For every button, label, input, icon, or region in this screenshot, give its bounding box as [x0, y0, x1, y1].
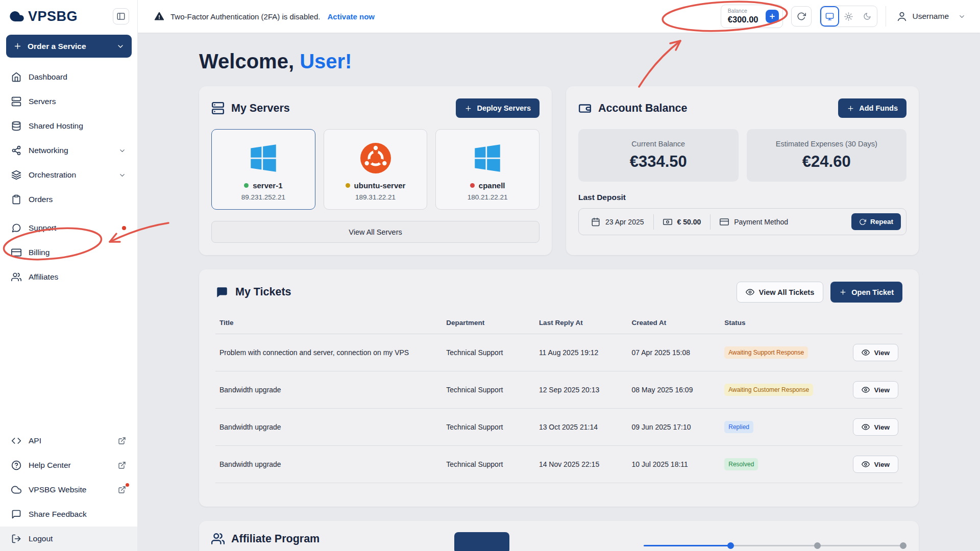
deposit-date: 23 Apr 2025: [582, 214, 653, 230]
logout-icon: [11, 534, 21, 544]
theme-light-button[interactable]: [839, 6, 858, 27]
add-balance-button[interactable]: [766, 10, 779, 23]
add-funds-button[interactable]: Add Funds: [838, 98, 906, 118]
affiliate-slider[interactable]: [644, 535, 906, 551]
repeat-icon: [859, 218, 866, 226]
account-balance-title: Account Balance: [578, 102, 687, 115]
column-header-status: Status: [720, 312, 844, 334]
slider-dot[interactable]: [900, 542, 906, 549]
deposit-amount-text: € 50.00: [677, 218, 701, 226]
server-ip: 180.21.22.21: [468, 193, 508, 201]
ticket-row: Problem with connection and server, conn…: [215, 334, 902, 371]
theme-system-button[interactable]: [820, 6, 839, 27]
refresh-button[interactable]: [791, 6, 812, 27]
order-service-button[interactable]: Order a Service: [6, 35, 132, 58]
theme-dark-button[interactable]: [858, 6, 877, 27]
deposit-amount: € 50.00: [653, 214, 710, 230]
open-ticket-button[interactable]: Open Ticket: [830, 282, 902, 303]
credit-card-icon: [720, 217, 729, 227]
sidebar-item-label: Share Feedback: [29, 510, 87, 519]
sidebar-item-servers[interactable]: Servers: [0, 89, 137, 114]
server-tile-ubuntu-server[interactable]: ubuntu-server 189.31.22.21: [324, 129, 428, 210]
code-icon: [11, 436, 21, 446]
sidebar-item-affiliates[interactable]: Affiliates: [0, 265, 137, 289]
eye-icon: [746, 288, 754, 296]
status-dot: [346, 183, 350, 188]
topbar-actions: Balance €300.00: [721, 5, 966, 28]
current-balance-value: €334.50: [630, 153, 687, 171]
server-name: ubuntu-server: [354, 181, 406, 190]
support-chat-icon: [11, 223, 21, 233]
sidebar-item-support[interactable]: Support: [0, 216, 137, 240]
sidebar-item-label: Affiliates: [29, 272, 58, 282]
plus-icon: [839, 288, 847, 296]
ticket-row: Bandwidth upgrade Technical Support 14 N…: [215, 446, 902, 483]
sidebar: VPSBG Order a Service Dashboard Servers: [0, 0, 138, 551]
ticket-last-reply: 12 Sep 2025 20:13: [535, 371, 628, 409]
view-label: View: [874, 349, 890, 357]
affiliate-action-button[interactable]: [454, 532, 509, 551]
cloud-logo-icon: [9, 9, 24, 24]
ticket-department: Technical Support: [442, 409, 535, 446]
sidebar-item-billing[interactable]: Billing: [0, 240, 137, 265]
alert-text: Two-Factor Authentication (2FA) is disab…: [170, 12, 320, 21]
ticket-department: Technical Support: [442, 446, 535, 483]
table-header-row: Title Department Last Reply At Created A…: [215, 312, 902, 334]
ticket-title: Bandwidth upgrade: [215, 446, 442, 483]
layers-icon: [11, 170, 21, 180]
sidebar-item-shared-hosting[interactable]: Shared Hosting: [0, 114, 137, 138]
estimated-expenses-box: Estimated Expenses (30 Days) €24.60: [747, 129, 907, 182]
sidebar-item-logout[interactable]: Logout: [0, 527, 137, 551]
sun-icon: [844, 12, 853, 21]
vpsbg-logo[interactable]: VPSBG: [9, 9, 78, 24]
ticket-title: Problem with connection and server, conn…: [215, 334, 442, 371]
sidebar-footer: API Help Center VPSBG Website Share Feed…: [0, 429, 137, 551]
view-all-tickets-button[interactable]: View All Tickets: [737, 282, 824, 303]
slider-knob[interactable]: [727, 542, 734, 549]
repeat-deposit-button[interactable]: Repeat: [851, 213, 901, 230]
notification-dot: [126, 483, 129, 487]
chevron-down-icon: [118, 147, 126, 155]
server-name: cpanell: [479, 181, 505, 190]
sidebar-item-networking[interactable]: Networking: [0, 138, 137, 163]
dashboard-content: Welcome, User! My Servers Deploy Servers: [138, 33, 980, 551]
deploy-servers-button[interactable]: Deploy Servers: [456, 98, 540, 118]
deposit-method-text: Payment Method: [734, 218, 788, 226]
sidebar-item-help-center[interactable]: Help Center: [0, 453, 137, 478]
card-title-text: My Servers: [231, 102, 290, 115]
sidebar-item-share-feedback[interactable]: Share Feedback: [0, 502, 137, 527]
open-ticket-label: Open Ticket: [851, 288, 894, 296]
server-tile-cpanell[interactable]: cpanell 180.21.22.21: [435, 129, 540, 210]
view-ticket-button[interactable]: View: [853, 456, 898, 473]
sidebar-item-orchestration[interactable]: Orchestration: [0, 163, 137, 187]
sidebar-item-api[interactable]: API: [0, 429, 137, 453]
card-title-text: Affiliate Program: [231, 533, 320, 545]
my-tickets-title: My Tickets: [215, 286, 291, 299]
balance-value: €300.00: [728, 14, 758, 25]
server-tile-server-1[interactable]: server-1 89.231.252.21: [211, 129, 315, 210]
sidebar-item-dashboard[interactable]: Dashboard: [0, 65, 137, 89]
view-ticket-button[interactable]: View: [853, 344, 898, 361]
chevron-down-icon: [116, 42, 125, 51]
slider-dot[interactable]: [814, 542, 821, 549]
server-name-row: cpanell: [470, 181, 505, 190]
view-ticket-button[interactable]: View: [853, 418, 898, 436]
view-ticket-button[interactable]: View: [853, 381, 898, 398]
ubuntu-logo-icon: [359, 139, 392, 178]
ticket-title: Bandwidth upgrade: [215, 409, 442, 446]
external-link-icon: [118, 437, 126, 445]
user-menu[interactable]: Username: [886, 6, 966, 27]
sidebar-collapse-button[interactable]: [113, 8, 129, 24]
external-link-icon: [118, 486, 126, 494]
estimated-expenses-value: €24.60: [802, 153, 851, 171]
order-service-label: Order a Service: [28, 42, 86, 51]
activate-2fa-link[interactable]: Activate now: [327, 12, 375, 21]
sidebar-item-vpsbg-website[interactable]: VPSBG Website: [0, 478, 137, 502]
ticket-last-reply: 13 Oct 2025 21:14: [535, 409, 628, 446]
ticket-last-reply: 14 Nov 2025 22:15: [535, 446, 628, 483]
sidebar-item-orders[interactable]: Orders: [0, 187, 137, 212]
ticket-created: 10 Jul 2025 18:11: [628, 446, 721, 483]
database-icon: [11, 121, 21, 131]
balance-widget[interactable]: Balance €300.00: [721, 5, 783, 28]
view-all-servers-button[interactable]: View All Servers: [211, 221, 540, 243]
